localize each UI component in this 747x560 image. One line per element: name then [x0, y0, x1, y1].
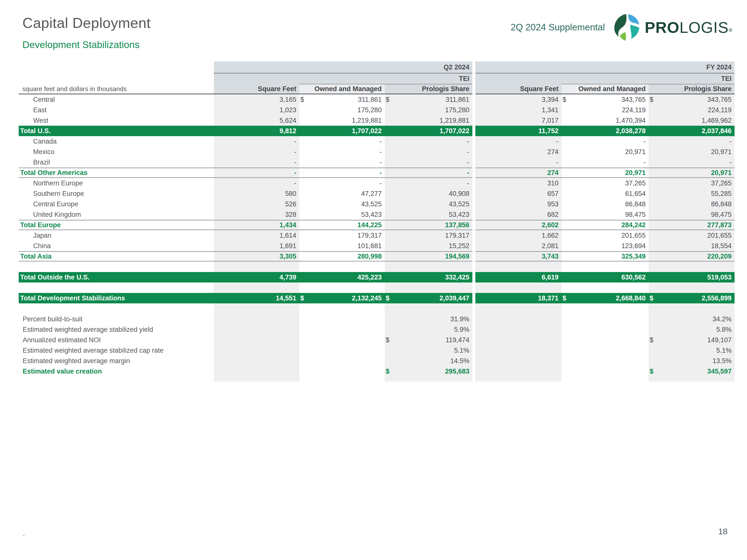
group-gap — [472, 105, 475, 115]
cell-fy-sf: 274 — [475, 167, 562, 178]
table-row-northern-europe: Northern Europe---31037,26537,265 — [19, 178, 735, 188]
cell-q2-sf: 3,165 — [214, 94, 299, 105]
cell-q2-ps: $119,474 — [385, 335, 472, 345]
tei-cell-fy-sf — [475, 74, 562, 84]
table-row-central-europe: Central Europe52643,52543,52595386,84886… — [19, 199, 735, 209]
cell-q2-om: - — [299, 157, 385, 167]
cell-fy-ps: 18,554 — [649, 241, 735, 251]
cell-q2-sf: 4,739 — [214, 272, 299, 283]
row-label: Estimated weighted average margin — [19, 356, 214, 366]
dollar-sign: $ — [385, 294, 389, 302]
row-label: Canada — [19, 136, 214, 146]
period-cell-fy-ps: FY 2024 — [649, 61, 735, 74]
cell-q2-ps: - — [385, 146, 472, 157]
cell-q2-ps — [385, 262, 472, 272]
cell-q2-sf — [214, 335, 299, 345]
cell-q2-om — [299, 303, 385, 314]
header-corner-cell — [19, 74, 214, 84]
cell-fy-om: 1,470,394 — [562, 115, 649, 126]
cell-fy-ps: 5.8% — [649, 324, 735, 335]
group-gap — [472, 303, 475, 314]
table-row-brazil: Brazil------ — [19, 157, 735, 167]
amount-value: 149,107 — [707, 336, 731, 344]
amount-value: 2,039,447 — [439, 294, 469, 302]
cell-fy-ps: - — [649, 157, 735, 167]
cell-q2-ps: 175,280 — [385, 105, 472, 115]
cell-q2-om — [299, 314, 385, 324]
cell-fy-sf — [475, 303, 562, 314]
cell-q2-ps: 53,423 — [385, 209, 472, 220]
row-label — [19, 303, 214, 314]
cell-fy-ps: - — [649, 136, 735, 146]
brand-wordmark: PROLOGIS® — [645, 14, 732, 41]
cell-q2-sf — [214, 303, 299, 314]
brand-pro: PRO — [645, 19, 679, 36]
period-cell-fy-om — [562, 61, 649, 74]
cell-q2-ps: - — [385, 178, 472, 188]
column-header-fy-om: Owned and Managed — [562, 84, 649, 94]
cell-fy-ps: 98,475 — [649, 209, 735, 220]
column-header-fy-ps: Prologis Share — [649, 84, 735, 94]
amount-with-dollar: $2,556,899 — [649, 294, 731, 302]
amount-value: 2,556,899 — [702, 294, 731, 302]
cell-q2-sf: - — [214, 178, 299, 188]
cell-fy-om — [562, 377, 649, 381]
cell-fy-sf: - — [475, 136, 562, 146]
cell-q2-ps: $295,683 — [385, 366, 472, 377]
row-label: Total Asia — [19, 251, 214, 262]
cell-q2-om — [299, 283, 385, 293]
cell-q2-sf: - — [214, 146, 299, 157]
table-header-columns-row: square feet and dollars in thousandsSqua… — [19, 84, 735, 94]
cell-fy-sf: 1,662 — [475, 230, 562, 241]
cell-fy-om — [562, 335, 649, 345]
row-label: Percent build-to-suit — [19, 314, 214, 324]
cell-q2-om: 1,219,881 — [299, 115, 385, 126]
table-row-estimated-weighted-average-stabilized-cap-rate: Estimated weighted average stabilized ca… — [19, 345, 735, 356]
row-label: Southern Europe — [19, 188, 214, 199]
cell-q2-om: 175,280 — [299, 105, 385, 115]
amount-with-dollar: $2,132,245 — [299, 294, 382, 302]
cell-q2-om: - — [299, 146, 385, 157]
amount-with-dollar: $343,765 — [562, 96, 646, 104]
amount-with-dollar: $149,107 — [649, 336, 731, 344]
group-gap — [472, 178, 475, 188]
cell-fy-om: 20,971 — [562, 146, 649, 157]
amount-with-dollar: $295,683 — [385, 368, 469, 375]
group-gap — [472, 84, 475, 94]
table-row-total-u-s-: Total U.S.9,8121,707,0221,707,02211,7522… — [19, 126, 735, 136]
cell-q2-ps: 14.5% — [385, 356, 472, 366]
cell-fy-ps: 2,037,846 — [649, 126, 735, 136]
cell-fy-om: 325,349 — [562, 251, 649, 262]
cell-q2-sf — [214, 366, 299, 377]
group-gap — [472, 146, 475, 157]
cell-fy-ps: 5.1% — [649, 345, 735, 356]
cell-q2-ps: 194,569 — [385, 251, 472, 262]
table-row-total-europe: Total Europe1,434144,225137,8562,602284,… — [19, 220, 735, 230]
cell-fy-om: 20,971 — [562, 167, 649, 178]
cell-fy-ps — [649, 303, 735, 314]
cell-q2-om: $2,132,245 — [299, 293, 385, 303]
dollar-sign: $ — [385, 96, 389, 104]
cell-q2-om: 425,223 — [299, 272, 385, 283]
masthead-right: 2Q 2024 Supplemental PROLOGIS® — [511, 12, 732, 43]
cell-q2-om — [299, 356, 385, 366]
cell-fy-om: $2,668,840 — [562, 293, 649, 303]
cell-fy-sf — [475, 335, 562, 345]
cell-q2-om — [299, 324, 385, 335]
row-label: Japan — [19, 230, 214, 241]
dollar-sign: $ — [562, 294, 566, 302]
row-label: Total Other Americas — [19, 167, 214, 178]
cell-q2-om: 43,525 — [299, 199, 385, 209]
row-label: Mexico — [19, 146, 214, 157]
cell-fy-om — [562, 303, 649, 314]
globe-icon — [613, 14, 641, 41]
group-gap — [472, 126, 475, 136]
page-subtitle: Development Stabilizations — [22, 39, 139, 50]
cell-q2-ps: 5.9% — [385, 324, 472, 335]
brand-logis: LOGIS — [679, 19, 729, 36]
table-row-annualized-estimated-noi: Annualized estimated NOI$119,474$149,107 — [19, 335, 735, 345]
cell-fy-om: 86,848 — [562, 199, 649, 209]
group-gap — [472, 94, 475, 105]
table-row-estimated-weighted-average-stabilized-yield: Estimated weighted average stabilized yi… — [19, 324, 735, 335]
cell-fy-ps: 86,848 — [649, 199, 735, 209]
